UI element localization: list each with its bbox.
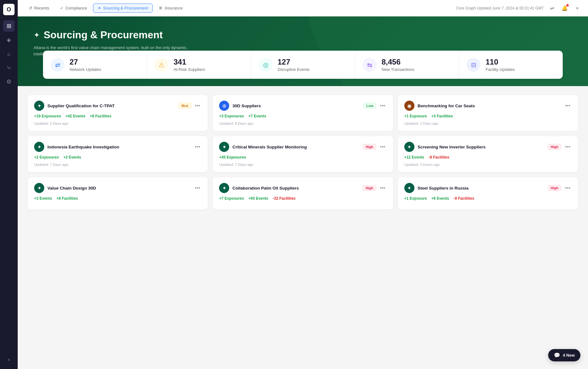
stat-network-updates[interactable]: ⇄ 27 Network Updates (43, 51, 147, 79)
stat-disruptive-events[interactable]: ◎ 127 Disruptive Events (251, 51, 355, 79)
facility-label: Facility Updates (486, 67, 515, 72)
app-logo[interactable]: O (3, 4, 15, 15)
tab-recents[interactable]: ↺ Recents (24, 3, 54, 13)
main-content: ↺ Recents ✓ Compliance ✦ Sourcing & Proc… (18, 0, 588, 369)
card-stat: -9 Facilities (454, 196, 474, 201)
stat-facility-updates[interactable]: ⊟ 110 Facility Updates (459, 51, 563, 79)
top-navigation: ↺ Recents ✓ Compliance ✦ Sourcing & Proc… (18, 0, 588, 16)
tab-sourcing[interactable]: ✦ Sourcing & Procurement (93, 3, 153, 13)
card-badge: Med (179, 103, 191, 109)
more-options-button[interactable]: ••• (194, 143, 202, 150)
more-options-button[interactable]: ••• (194, 184, 202, 191)
card-stat: +42 Events (65, 114, 85, 118)
card-header-right: High ••• (548, 143, 572, 150)
transactions-icon: ⇆ (363, 58, 377, 72)
stat-transactions[interactable]: ⇆ 8,456 New Transactions (355, 51, 459, 79)
events-icon: ◎ (259, 58, 273, 72)
card-stat: +6 Events (431, 196, 449, 201)
tab-compliance[interactable]: ✓ Compliance (55, 3, 92, 13)
card-stats: +3 Exposures+7 Events (219, 114, 386, 118)
sourcing-icon: ✦ (98, 6, 101, 10)
card-benchmarking-car-seats[interactable]: ◉ Benchmarking for Car Seats ••• +1 Expo… (398, 95, 578, 131)
sidebar-item-grid[interactable]: ⊞ (3, 20, 15, 32)
card-critical-minerals[interactable]: ✦ Critical Minerals Supplier Monitoring … (213, 136, 393, 172)
card-stats: +1 Exposure+6 Events-9 Facilities (404, 196, 572, 201)
card-screening-inverter[interactable]: ✦ Screening New Inverter Suppliers High … (398, 136, 578, 172)
card-stat: +12 Events (404, 155, 424, 159)
card-header: ✦ Steel Suppliers in Russia High ••• (404, 183, 572, 193)
card-updated: Updated: 5 Days ago (34, 122, 201, 125)
network-updates-icon: ⇄ (51, 58, 64, 72)
stat-facility-info: 110 Facility Updates (486, 58, 515, 72)
more-options-button[interactable]: ••• (564, 143, 572, 150)
facility-number: 110 (486, 58, 515, 66)
card-avatar: ✦ (404, 142, 414, 152)
card-badge: High (548, 185, 561, 191)
sidebar-item-bookmark[interactable]: ⤷ (3, 62, 15, 73)
more-options-button[interactable]: ••• (379, 143, 387, 150)
stat-transactions-info: 8,456 New Transactions (382, 58, 414, 72)
card-title: Steel Suppliers in Russia (418, 186, 469, 191)
card-avatar: ◉ (404, 101, 414, 111)
chat-bubble[interactable]: 💬 4 New (548, 349, 580, 361)
stat-at-risk[interactable]: ⚠ 341 At-Risk Suppliers (147, 51, 251, 79)
card-stat: +3 Events (34, 196, 52, 201)
more-options-button[interactable]: ••• (194, 102, 202, 109)
notification-badge (566, 4, 569, 7)
card-palm-oil[interactable]: ✦ Collaboration Palm Oil Suppliers High … (213, 177, 393, 210)
more-options-button[interactable]: ••• (564, 184, 572, 191)
more-options-button[interactable]: ••• (379, 184, 387, 191)
nav-right-section: Core Graph Updated June 7, 2024 at 00:31… (456, 4, 582, 13)
card-title-row: ✦ Screening New Inverter Suppliers (404, 142, 486, 152)
card-30d-suppliers[interactable]: ⊕ 30D Suppliers Low ••• +3 Exposures+7 E… (213, 95, 393, 131)
card-indonesia-earthquake[interactable]: ✦ Indonesia Earthquake Investigation •••… (28, 136, 208, 172)
stat-events-info: 127 Disruptive Events (278, 58, 309, 72)
card-stat: +19 Exposures (34, 114, 61, 118)
card-value-chain-design[interactable]: ✦ Value Chain Design 30D ••• +3 Events+8… (28, 177, 208, 210)
card-title-row: ✦ Steel Suppliers in Russia (404, 183, 469, 193)
add-button[interactable]: + (573, 4, 582, 13)
card-avatar: ✦ (34, 101, 44, 111)
card-title: Critical Minerals Supplier Monitoring (232, 145, 307, 149)
notifications-button[interactable]: 🔔 (560, 4, 569, 13)
card-badge: Low (364, 103, 376, 109)
card-avatar: ✦ (34, 183, 44, 193)
card-stats: +12 Events-8 Facilities (404, 155, 572, 159)
sidebar-item-settings[interactable]: ⚙ (3, 76, 15, 87)
card-stat: -32 Facilities (273, 196, 296, 201)
filter-button[interactable]: ⇌ (548, 4, 556, 13)
cards-grid: ✦ Supplier Qualification for C-TPAT Med … (28, 95, 578, 210)
sidebar-expand-button[interactable]: « (3, 354, 15, 365)
card-title-row: ◉ Benchmarking for Car Seats (404, 101, 475, 111)
card-header-right: ••• (194, 184, 202, 191)
card-stat: +8 Facilities (56, 196, 78, 201)
more-options-button[interactable]: ••• (564, 102, 572, 109)
cards-section: ✦ Supplier Qualification for C-TPAT Med … (18, 86, 588, 218)
card-title: Benchmarking for Car Seats (418, 103, 475, 108)
card-title-row: ✦ Collaboration Palm Oil Suppliers (219, 183, 299, 193)
at-risk-label: At-Risk Suppliers (174, 67, 205, 72)
card-steel-russia[interactable]: ✦ Steel Suppliers in Russia High ••• +1 … (398, 177, 578, 210)
card-avatar: ⊕ (219, 101, 229, 111)
more-options-button[interactable]: ••• (379, 102, 387, 109)
recents-icon: ↺ (29, 6, 32, 10)
card-header-right: Low ••• (364, 102, 387, 109)
sidebar-item-search[interactable]: ⌕ (3, 48, 15, 59)
card-badge: High (363, 144, 376, 150)
hero-banner: ✦ Sourcing & Procurement Altana is the w… (18, 16, 588, 86)
card-title-row: ✦ Supplier Qualification for C-TPAT (34, 101, 115, 111)
card-title: Screening New Inverter Suppliers (418, 145, 486, 149)
card-updated: Updated: 7 Days ago (219, 163, 386, 166)
page-content: ✦ Sourcing & Procurement Altana is the w… (18, 16, 588, 369)
card-supplier-qualification[interactable]: ✦ Supplier Qualification for C-TPAT Med … (28, 95, 208, 131)
card-header-right: ••• (194, 143, 202, 150)
card-stat: +2 Exposures (34, 155, 59, 159)
tab-insurance[interactable]: ⛨ Insurance (154, 3, 187, 13)
sidebar-item-cube[interactable]: ◈ (3, 34, 15, 46)
card-header: ✦ Indonesia Earthquake Investigation ••• (34, 142, 201, 152)
at-risk-icon: ⚠ (155, 58, 168, 72)
card-stats: +2 Exposures+2 Events (34, 155, 201, 159)
sidebar: O ⊞ ◈ ⌕ ⤷ ⚙ « (0, 0, 18, 369)
card-header-right: High ••• (363, 143, 386, 150)
card-stat: -8 Facilities (429, 155, 449, 159)
